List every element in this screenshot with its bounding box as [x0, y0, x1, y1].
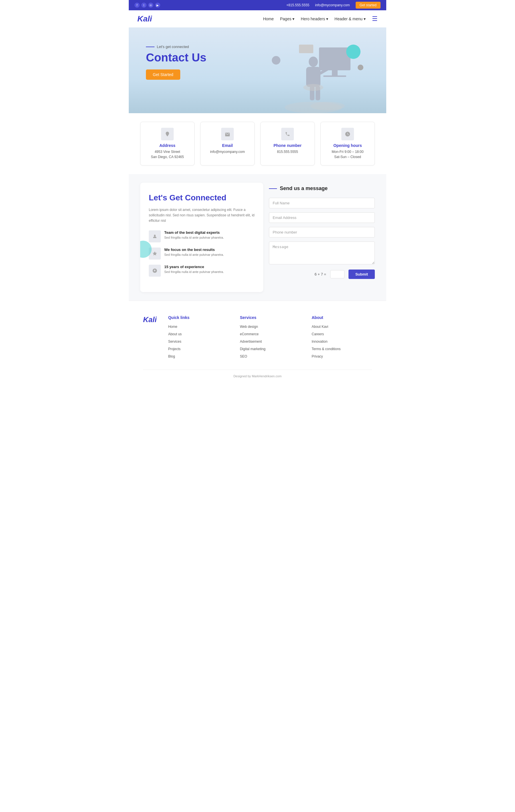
hours-line1: Mon-Fri 9:00 – 18:00 — [325, 149, 370, 154]
contact-left-title: Let's Get Connected — [149, 193, 255, 203]
nav-home[interactable]: Home — [263, 17, 273, 21]
hamburger-icon[interactable]: ☰ — [372, 15, 378, 23]
social-icons: f t in ▶ — [134, 3, 160, 8]
hero-cta-button[interactable]: Get Started — [146, 69, 180, 80]
list-item: SEO — [240, 353, 300, 359]
footer-credit-text: Designed by MarkHendriksen.com — [234, 374, 281, 378]
footer-logo[interactable]: Kali — [143, 315, 157, 324]
contact-section: Let's Get Connected Lorem ipsum dolor si… — [129, 174, 386, 301]
hero-illustration — [258, 42, 369, 113]
footer-link-blog[interactable]: Blog — [168, 354, 175, 358]
phone-card: Phone number 815.555.5555 — [260, 122, 315, 166]
footer-link-home[interactable]: Home — [168, 325, 178, 329]
nav-pages[interactable]: Pages ▾ — [280, 17, 295, 21]
footer-about-list: About Kavi Careers Innovation Terms & co… — [311, 324, 372, 359]
footer-services-title: Services — [240, 315, 300, 320]
phone-line1: 815.555.5555 — [265, 149, 310, 154]
footer-quick-links-title: Quick links — [168, 315, 228, 320]
svg-point-11 — [310, 102, 345, 110]
feature-item-1: Team of the best digital experts Sed fri… — [149, 230, 255, 242]
top-bar-right: +815.555.5555 info@mycompany.com Get sta… — [287, 2, 381, 8]
footer-link-careers[interactable]: Careers — [311, 332, 324, 336]
form-line-decoration — [269, 188, 277, 189]
hero-eyebrow: Let's get connected — [146, 45, 258, 49]
hero-circle-small — [358, 65, 363, 70]
phone-icon — [281, 128, 294, 140]
submit-button[interactable]: Submit — [349, 269, 375, 279]
footer-link-projects[interactable]: Projects — [168, 347, 181, 351]
footer-link-innovation[interactable]: Innovation — [311, 340, 327, 344]
hero-circle-teal — [346, 45, 360, 59]
phone-group — [269, 227, 375, 237]
hero-section: Let's get connected Contact Us Get Start… — [129, 27, 386, 113]
feature-desc-2: Sed fringilla nulla id ante pulvinar pha… — [164, 253, 224, 257]
clock-icon — [341, 128, 354, 140]
hero-illustration-svg — [268, 42, 359, 113]
svg-point-12 — [154, 235, 156, 236]
address-line1: 4953 Vine Street — [145, 149, 190, 154]
footer-link-webdesign[interactable]: Web design — [240, 325, 258, 329]
captcha-input[interactable] — [330, 270, 345, 279]
contact-left-body: Lorem ipsum dolor sit amet, consectetur … — [149, 207, 255, 224]
contact-right-panel: Send us a message 6 + 7 = Submit — [269, 183, 375, 292]
hero-title: Contact Us — [146, 51, 258, 64]
message-group — [269, 241, 375, 265]
facebook-icon[interactable]: f — [134, 3, 140, 8]
list-item: eCommerce — [240, 331, 300, 337]
feature-text-2: We focus on the best results Sed fringil… — [164, 248, 224, 257]
footer-link-ecommerce[interactable]: eCommerce — [240, 332, 259, 336]
footer-services: Services Web design eCommerce Advertisem… — [240, 315, 300, 361]
email-input[interactable] — [269, 212, 375, 223]
twitter-icon[interactable]: t — [141, 3, 146, 8]
message-textarea[interactable] — [269, 241, 375, 264]
feature-text-1: Team of the best digital experts Sed fri… — [164, 230, 224, 240]
logo[interactable]: Kali — [137, 14, 152, 24]
topbar-get-started-button[interactable]: Get started — [356, 2, 381, 8]
feature-title-2: We focus on the best results — [164, 248, 224, 252]
top-bar-left: f t in ▶ — [134, 3, 160, 8]
full-name-group — [269, 198, 375, 208]
list-item: Privacy — [311, 353, 372, 359]
footer-link-digital-marketing[interactable]: Digital marketing — [240, 347, 265, 351]
list-item: About us — [168, 331, 228, 337]
hero-content: Let's get connected Contact Us Get Start… — [146, 42, 258, 80]
svg-rect-2 — [323, 76, 346, 77]
phone-input[interactable] — [269, 227, 375, 237]
footer-link-advertisement[interactable]: Advertisement — [240, 340, 262, 344]
feature-text-3: 15 years of experience Sed fringilla nul… — [164, 265, 224, 274]
footer-link-seo[interactable]: SEO — [240, 354, 247, 358]
email-icon — [221, 128, 234, 140]
email-group — [269, 212, 375, 223]
svg-rect-3 — [299, 45, 313, 53]
instagram-icon[interactable]: in — [148, 3, 153, 8]
list-item: Web design — [240, 324, 300, 329]
nav-header-menu[interactable]: Header & menu ▾ — [334, 17, 365, 21]
footer-grid: Kali Quick links Home About us Services … — [143, 315, 372, 361]
hero-line-decoration — [146, 47, 155, 47]
feature-icon-1 — [149, 230, 161, 242]
footer-link-privacy[interactable]: Privacy — [311, 354, 323, 358]
feature-icon-3 — [149, 265, 161, 277]
footer-link-services[interactable]: Services — [168, 340, 181, 344]
youtube-icon[interactable]: ▶ — [155, 3, 160, 8]
feature-item-3: 15 years of experience Sed fringilla nul… — [149, 265, 255, 277]
hours-label: Opening hours — [325, 143, 370, 148]
list-item: Home — [168, 324, 228, 329]
hours-card: Opening hours Mon-Fri 9:00 – 18:00 Sat-S… — [321, 122, 375, 166]
feature-title-1: Team of the best digital experts — [164, 230, 224, 235]
list-item: Services — [168, 339, 228, 344]
footer-link-terms[interactable]: Terms & conditions — [311, 347, 341, 351]
feature-desc-1: Sed fringilla nulla id ante pulvinar pha… — [164, 235, 224, 240]
footer-about: About About Kavi Careers Innovation Term… — [311, 315, 372, 361]
list-item: Blog — [168, 353, 228, 359]
svg-point-4 — [309, 57, 318, 67]
footer-services-list: Web design eCommerce Advertisement Digit… — [240, 324, 300, 359]
footer: Kali Quick links Home About us Services … — [129, 301, 386, 386]
address-card: Address 4953 Vine Street San Diego, CA 9… — [140, 122, 194, 166]
footer-link-about[interactable]: About us — [168, 332, 182, 336]
nav-hero-headers[interactable]: Hero headers ▾ — [301, 17, 328, 21]
topbar-email: info@mycompany.com — [315, 3, 350, 7]
footer-link-about-kavi[interactable]: About Kavi — [311, 325, 328, 329]
svg-rect-5 — [306, 67, 321, 87]
full-name-input[interactable] — [269, 198, 375, 208]
